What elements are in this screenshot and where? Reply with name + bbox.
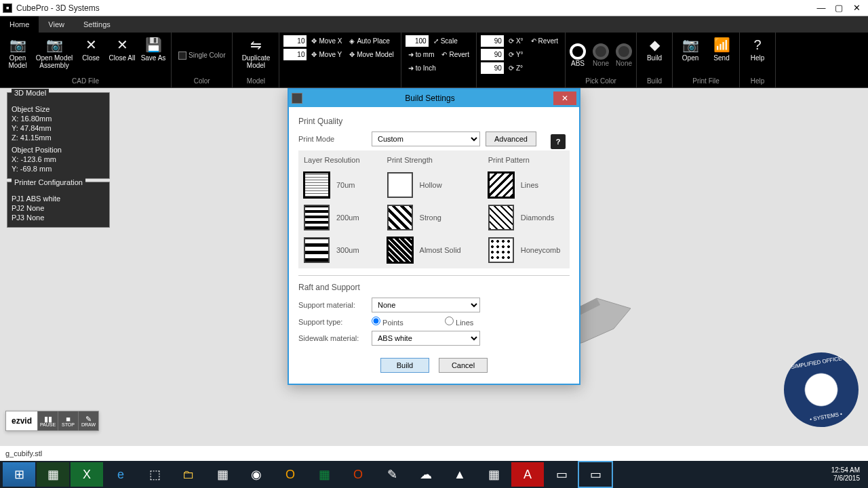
taskbar-iexplorer[interactable]: e: [104, 462, 137, 487]
maximize-button[interactable]: ▢: [830, 1, 848, 15]
rotate-x-button[interactable]: ⟳ X°: [506, 37, 526, 45]
single-color-checkbox[interactable]: Single Color: [176, 52, 228, 60]
save-as-button[interactable]: 💾Save As: [140, 34, 167, 62]
rotate-z-button[interactable]: ⟳ Z°: [506, 64, 526, 72]
ezvid-recorder-widget: ezvid ▮▮PAUSE ■STOP ✎DRAW: [5, 411, 99, 431]
support-type-points[interactable]: Points: [372, 317, 439, 327]
rotate-revert-button[interactable]: ↶ Revert: [528, 37, 561, 45]
taskbar-chrome[interactable]: ◉: [240, 462, 273, 487]
taskbar-clock[interactable]: 12:54 AM 7/6/2015: [826, 466, 865, 483]
dialog-icon: [292, 93, 302, 104]
support-material-select[interactable]: None: [372, 298, 480, 312]
material-none2-swatch[interactable]: [616, 43, 632, 60]
close-button[interactable]: ✕Close: [77, 34, 104, 62]
close-window-button[interactable]: ✕: [848, 1, 865, 15]
simplified-office-systems-logo: SIMPLIFIED OFFICE • SYSTEMS •: [778, 346, 864, 432]
taskbar-outlook[interactable]: O: [274, 462, 307, 487]
duplicate-model-button[interactable]: ⇋Duplicate Model: [237, 34, 275, 69]
auto-place-button[interactable]: ◈ Auto Place: [347, 37, 392, 45]
taskbar-app9[interactable]: ▭: [545, 462, 578, 487]
pattern-honeycomb[interactable]: Honeycomb: [488, 237, 561, 263]
print-send-button[interactable]: 📶Send: [708, 34, 735, 62]
print-open-button[interactable]: 📷Open: [677, 34, 704, 62]
rotate-y-input[interactable]: 90: [481, 49, 504, 60]
strength-strong[interactable]: Strong: [387, 205, 461, 230]
move-x-button[interactable]: ✥ Move X: [309, 37, 344, 45]
ezvid-stop[interactable]: ■STOP: [58, 411, 78, 430]
material-abs-swatch[interactable]: [570, 43, 586, 60]
build-button[interactable]: ◆Build: [641, 34, 668, 62]
dialog-help-icon[interactable]: ?: [551, 134, 566, 149]
layer-70um[interactable]: 70um: [304, 172, 360, 198]
print-mode-select[interactable]: Custom: [372, 131, 480, 146]
strength-almost-solid[interactable]: Almost Solid: [387, 237, 461, 263]
taskbar-app5[interactable]: ✎: [376, 462, 408, 487]
statusbar: g_cubify.stl: [0, 446, 868, 461]
titlebar: ■ CubePro - 3D Systems — ▢ ✕: [0, 0, 868, 16]
taskbar-acrobat[interactable]: A: [511, 462, 544, 487]
layer-300um[interactable]: 300um: [304, 237, 360, 263]
tab-settings[interactable]: Settings: [74, 16, 120, 33]
to-mm-button[interactable]: ➜ to mm: [406, 51, 437, 58]
start-button[interactable]: ⊞: [3, 462, 35, 487]
move-model-button[interactable]: ✥ Move Model: [347, 51, 396, 58]
taskbar-app2[interactable]: ▦: [206, 462, 239, 487]
strength-hollow[interactable]: Hollow: [387, 172, 461, 198]
dialog-close-button[interactable]: ✕: [553, 92, 576, 105]
move-y-button[interactable]: ✥ Move Y: [309, 51, 344, 58]
rotate-x-input[interactable]: 90: [481, 35, 504, 47]
sidewalk-material-select[interactable]: ABS white: [372, 331, 480, 346]
scale-input[interactable]: 100: [406, 35, 429, 47]
minimize-button[interactable]: —: [812, 1, 830, 15]
open-model-button[interactable]: 📷Open Model: [4, 34, 31, 69]
taskbar-ie[interactable]: ▦: [37, 462, 69, 487]
rotate-y-button[interactable]: ⟳ Y°: [506, 51, 526, 58]
move-x-input[interactable]: 10: [283, 35, 307, 47]
dialog-build-button[interactable]: Build: [380, 358, 429, 373]
taskbar-app3[interactable]: ▦: [308, 462, 340, 487]
pattern-lines[interactable]: Lines: [488, 172, 561, 198]
scale-button[interactable]: ⤢ Scale: [431, 37, 460, 45]
tab-home[interactable]: Home: [0, 16, 39, 33]
build-settings-dialog: Build Settings ✕ ? Print Quality Print M…: [288, 88, 580, 385]
close-all-button[interactable]: ✕Close All: [108, 34, 136, 62]
material-none1-swatch[interactable]: [593, 43, 609, 60]
ezvid-draw[interactable]: ✎DRAW: [78, 411, 98, 430]
menubar: Home View Settings: [0, 16, 868, 33]
advanced-button[interactable]: Advanced: [486, 131, 536, 146]
app-icon: ■: [3, 3, 12, 13]
dialog-title: Build Settings: [307, 94, 553, 103]
taskbar-app1[interactable]: ⬚: [138, 462, 171, 487]
move-y-input[interactable]: 10: [283, 49, 307, 60]
taskbar-app6[interactable]: ☁: [410, 462, 442, 487]
group-cad-file: CAD File: [72, 77, 99, 86]
taskbar-app4[interactable]: O: [342, 462, 374, 487]
ribbon: 📷Open Model 📷Open Model Assembly ✕Close …: [0, 33, 868, 88]
panel-printer-config: Printer Configuration PJ1 ABS white PJ2 …: [7, 182, 110, 228]
dialog-cancel-button[interactable]: Cancel: [439, 358, 488, 373]
help-button[interactable]: ?Help: [744, 34, 771, 62]
taskbar-cubepro[interactable]: ▭: [579, 462, 612, 487]
scale-revert-button[interactable]: ↶ Revert: [439, 51, 471, 58]
viewport[interactable]: 3D Model Object Size X: 16.80mm Y: 47.84…: [0, 88, 868, 461]
taskbar-app8[interactable]: ▦: [477, 462, 510, 487]
taskbar-explorer[interactable]: 🗀: [172, 462, 205, 487]
pattern-diamonds[interactable]: Diamonds: [488, 205, 561, 230]
taskbar: ⊞ ▦ X e ⬚ 🗀 ▦ ◉ O ▦ O ✎ ☁ ▲ ▦ A ▭ ▭ 12:5…: [0, 461, 868, 488]
panel-3d-model: 3D Model Object Size X: 16.80mm Y: 47.84…: [7, 92, 110, 179]
open-model-assembly-button[interactable]: 📷Open Model Assembly: [35, 34, 73, 69]
taskbar-app7[interactable]: ▲: [443, 462, 476, 487]
layer-200um[interactable]: 200um: [304, 205, 360, 230]
window-title: CubePro - 3D Systems: [16, 3, 812, 13]
tab-view[interactable]: View: [39, 16, 74, 33]
support-type-lines[interactable]: Lines: [445, 317, 513, 327]
to-inch-button[interactable]: ➜ to Inch: [406, 64, 439, 72]
ezvid-pause[interactable]: ▮▮PAUSE: [37, 411, 58, 430]
taskbar-excel[interactable]: X: [71, 462, 103, 487]
rotate-z-input[interactable]: 90: [481, 62, 504, 74]
